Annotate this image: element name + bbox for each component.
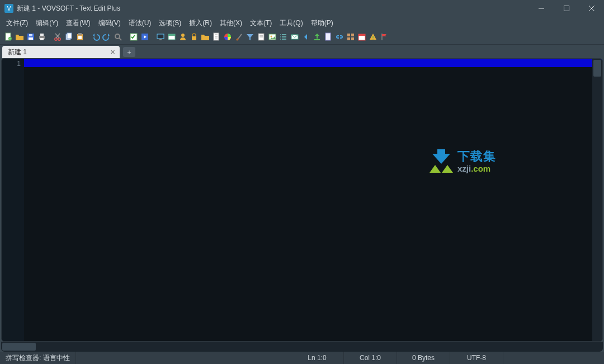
svg-rect-21 bbox=[78, 36, 82, 39]
menu-view[interactable]: 查看(W) bbox=[62, 17, 94, 29]
save-icon[interactable] bbox=[26, 32, 36, 42]
warning-icon[interactable] bbox=[368, 32, 378, 42]
undo-icon[interactable] bbox=[91, 32, 101, 42]
svg-text:+: + bbox=[10, 37, 11, 40]
menu-options[interactable]: 选项(S) bbox=[155, 17, 185, 29]
close-button[interactable] bbox=[579, 0, 604, 17]
calendar-icon[interactable] bbox=[357, 32, 367, 42]
svg-rect-29 bbox=[168, 34, 175, 36]
svg-point-47 bbox=[280, 36, 281, 37]
svg-rect-58 bbox=[372, 36, 374, 38]
run-icon[interactable] bbox=[140, 32, 150, 42]
svg-point-30 bbox=[181, 34, 185, 37]
monitor-icon[interactable] bbox=[155, 32, 166, 42]
svg-rect-52 bbox=[347, 34, 350, 36]
svg-rect-50 bbox=[314, 39, 320, 40]
svg-rect-20 bbox=[78, 33, 82, 35]
title-bar: V 新建 1 - VOVSOFT - Text Edit Plus bbox=[0, 0, 604, 17]
svg-line-23 bbox=[119, 38, 121, 40]
grid-icon[interactable] bbox=[346, 32, 356, 42]
svg-point-42 bbox=[271, 35, 272, 37]
watermark: 下载集 xzji.com bbox=[430, 148, 496, 173]
link-icon[interactable] bbox=[334, 32, 345, 42]
tab-label: 新建 1 bbox=[8, 48, 108, 57]
scroll-thumb[interactable] bbox=[593, 60, 601, 77]
svg-rect-12 bbox=[40, 38, 44, 40]
search-icon[interactable] bbox=[113, 32, 123, 42]
status-bytes[interactable]: 0 Bytes bbox=[397, 352, 450, 364]
redo-icon[interactable] bbox=[102, 32, 112, 42]
tab-active[interactable]: 新建 1 ✕ bbox=[2, 46, 120, 58]
menu-encoding[interactable]: 编码(V) bbox=[95, 17, 125, 29]
menu-edit[interactable]: 编辑(Y) bbox=[32, 17, 62, 29]
toolbar: + bbox=[0, 29, 604, 45]
print-icon[interactable] bbox=[37, 32, 47, 42]
lock-icon[interactable] bbox=[189, 32, 199, 42]
app-icon: V bbox=[4, 4, 13, 13]
svg-rect-26 bbox=[157, 34, 164, 39]
open-folder-icon[interactable] bbox=[15, 32, 25, 42]
horizontal-scrollbar[interactable] bbox=[1, 342, 603, 352]
line-number: 1 bbox=[2, 60, 21, 68]
color-wheel-icon[interactable] bbox=[223, 32, 233, 42]
svg-rect-55 bbox=[351, 37, 354, 40]
checklist-icon[interactable] bbox=[129, 32, 139, 42]
menu-insert[interactable]: 插入(R) bbox=[185, 17, 216, 29]
page2-icon[interactable] bbox=[323, 32, 333, 42]
upload-icon[interactable] bbox=[312, 32, 322, 42]
maximize-button[interactable] bbox=[554, 0, 579, 17]
menu-help[interactable]: 帮助(P) bbox=[307, 17, 337, 29]
vertical-scrollbar[interactable] bbox=[592, 59, 602, 341]
status-line[interactable]: Ln 1:0 bbox=[291, 352, 344, 364]
svg-rect-54 bbox=[347, 37, 350, 40]
status-col[interactable]: Col 1:0 bbox=[344, 352, 397, 364]
minimize-button[interactable] bbox=[528, 0, 554, 17]
current-line-highlight bbox=[24, 59, 602, 67]
flag-icon[interactable] bbox=[379, 32, 389, 42]
svg-point-48 bbox=[280, 39, 281, 40]
list-icon[interactable] bbox=[279, 32, 289, 42]
window-title: 新建 1 - VOVSOFT - Text Edit Plus bbox=[17, 4, 528, 13]
paste-icon[interactable] bbox=[75, 32, 85, 42]
svg-line-16 bbox=[56, 34, 60, 38]
svg-rect-9 bbox=[29, 34, 32, 36]
line-gutter: 1 bbox=[2, 59, 24, 341]
doc-icon[interactable] bbox=[256, 32, 266, 42]
copy-icon[interactable] bbox=[64, 32, 74, 42]
new-file-icon[interactable]: + bbox=[3, 32, 13, 42]
brush-icon[interactable] bbox=[234, 32, 244, 42]
svg-point-13 bbox=[55, 37, 57, 40]
status-encoding[interactable]: UTF-8 bbox=[450, 352, 503, 364]
user-icon[interactable] bbox=[178, 32, 188, 42]
svg-point-14 bbox=[58, 37, 60, 40]
cut-icon[interactable] bbox=[53, 32, 63, 42]
svg-point-46 bbox=[280, 34, 281, 35]
status-spellcheck[interactable]: 拼写检查器: 语言中性 bbox=[0, 352, 76, 364]
scroll-thumb[interactable] bbox=[2, 343, 36, 351]
window-icon[interactable] bbox=[167, 32, 177, 42]
menu-bar: 文件(Z) 编辑(Y) 查看(W) 编码(V) 语法(U) 选项(S) 插入(R… bbox=[0, 17, 604, 29]
svg-rect-11 bbox=[40, 34, 44, 36]
menu-tools[interactable]: 工具(Q) bbox=[276, 17, 306, 29]
svg-rect-8 bbox=[29, 37, 33, 40]
menu-syntax[interactable]: 语法(U) bbox=[125, 17, 155, 29]
arrow-left-icon[interactable] bbox=[301, 32, 311, 42]
svg-rect-59 bbox=[372, 39, 374, 40]
plus-icon: ＋ bbox=[126, 48, 133, 57]
menu-other[interactable]: 其他(X) bbox=[216, 17, 246, 29]
svg-point-22 bbox=[115, 34, 120, 39]
new-tab-button[interactable]: ＋ bbox=[123, 47, 135, 57]
svg-rect-51 bbox=[325, 33, 331, 40]
svg-rect-57 bbox=[358, 34, 365, 36]
folder-yellow-icon[interactable] bbox=[200, 32, 210, 42]
svg-rect-1 bbox=[564, 6, 569, 11]
menu-text[interactable]: 文本(T) bbox=[246, 17, 276, 29]
tab-close-icon[interactable]: ✕ bbox=[108, 48, 116, 56]
image-icon[interactable] bbox=[267, 32, 277, 42]
watermark-text: 下载集 xzji.com bbox=[457, 148, 496, 173]
funnel-icon[interactable] bbox=[245, 32, 255, 42]
text-editor[interactable]: 下载集 xzji.com bbox=[24, 59, 602, 341]
page-icon[interactable] bbox=[211, 32, 221, 42]
mail-icon[interactable] bbox=[290, 32, 300, 42]
menu-file[interactable]: 文件(Z) bbox=[2, 17, 32, 29]
